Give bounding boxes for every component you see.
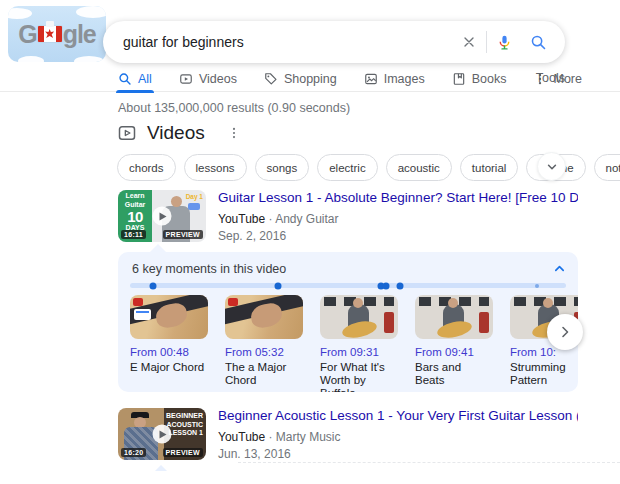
- key-moment-card[interactable]: From 09:41 Bars and Beats: [415, 295, 493, 392]
- google-search-results-page: G gle guitar for beginners: [0, 0, 620, 484]
- thumbnail-text-panel: BEGINNER ACOUSTIC LESSON 1: [166, 412, 203, 438]
- key-moment-thumbnail: [130, 295, 208, 339]
- video-platform: YouTube: [218, 212, 265, 226]
- key-moment-card[interactable]: From 00:48 E Major Chord: [130, 295, 208, 392]
- timeline-dot: [150, 282, 157, 289]
- video-date: Sep. 2, 2016: [218, 229, 578, 243]
- search-input[interactable]: guitar for beginners: [123, 34, 452, 50]
- panel-pointer: [150, 244, 166, 252]
- thumb-text: ACOUSTIC: [166, 421, 203, 430]
- separator: ·: [269, 212, 273, 226]
- videos-section-header: Videos: [117, 122, 241, 144]
- collapse-panel-button[interactable]: [553, 261, 566, 279]
- tab-label: Books: [472, 72, 507, 86]
- preview-badge: PREVIEW: [163, 230, 203, 239]
- chevron-down-icon: [546, 161, 558, 173]
- chip-electric[interactable]: electric: [317, 154, 377, 181]
- clear-search-button[interactable]: [452, 30, 486, 54]
- video-channel: Marty Music: [276, 430, 341, 444]
- canada-flag-icon: [38, 26, 62, 42]
- video-platform: YouTube: [218, 430, 265, 444]
- voice-search-button[interactable]: [487, 30, 521, 54]
- close-icon: [461, 34, 477, 50]
- key-moment-time-link[interactable]: From 09:41: [415, 346, 493, 358]
- key-moment-time-link[interactable]: From 09:31: [320, 346, 398, 358]
- video-source: YouTube · Marty Music: [218, 430, 578, 444]
- thumbnail-person: [448, 298, 458, 308]
- tab-label: Videos: [199, 72, 237, 86]
- tab-label: Shopping: [284, 72, 337, 86]
- cloud-decoration: [18, 56, 44, 62]
- thumb-text: Learn: [118, 192, 152, 201]
- chip-chords[interactable]: chords: [117, 154, 176, 181]
- key-moments-header: 6 key moments in this video: [132, 262, 286, 276]
- thumbnail-person: [171, 196, 182, 207]
- video-duration-badge: 16:20: [121, 448, 146, 457]
- key-moment-card[interactable]: From 05:32 The a Major Chord: [225, 295, 303, 392]
- video-channel: Andy Guitar: [275, 212, 338, 226]
- thumb-logo-mark: [228, 298, 238, 306]
- scroll-next-button[interactable]: [547, 314, 583, 350]
- key-moment-card[interactable]: From 09:31 For What It's Worth by Buffal…: [320, 295, 398, 392]
- key-moments-panel: 6 key moments in this video From 00:48 E…: [118, 252, 578, 392]
- tab-label: Images: [384, 72, 425, 86]
- key-moment-time-link[interactable]: From 05:32: [225, 346, 303, 358]
- chip-acoustic[interactable]: acoustic: [386, 154, 452, 181]
- tab-books[interactable]: Books: [452, 66, 507, 92]
- chip-tutorial[interactable]: tutorial: [460, 154, 519, 181]
- tools-button[interactable]: Tools: [536, 71, 565, 85]
- thumbnail-person: [543, 298, 553, 308]
- image-icon: [364, 72, 378, 86]
- result-type-tabs: All Videos Shopping Images Books More: [118, 66, 582, 92]
- separator: ·: [269, 430, 273, 444]
- expand-chips-button[interactable]: [537, 152, 566, 181]
- chip-songs[interactable]: songs: [255, 154, 310, 181]
- video-thumbnail-2[interactable]: BEGINNER ACOUSTIC LESSON 1 16:20 PREVIEW: [118, 408, 206, 460]
- play-icon: [153, 425, 172, 444]
- timeline-dot: [535, 284, 539, 288]
- thumbnail-person: [353, 298, 363, 308]
- videos-section-icon: [117, 123, 137, 143]
- key-moment-time-link[interactable]: From 00:48: [130, 346, 208, 358]
- video-result-1: Guitar Lesson 1 - Absolute Beginner? Sta…: [218, 190, 578, 243]
- section-divider: [238, 462, 620, 463]
- timeline-dot: [397, 282, 404, 289]
- thumb-text: LESSON 1: [166, 429, 203, 438]
- section-menu-button[interactable]: [227, 126, 241, 140]
- thumbnail-guitar: [341, 319, 378, 339]
- video-title-link[interactable]: Guitar Lesson 1 - Absolute Beginner? Sta…: [218, 190, 578, 205]
- google-doodle-logo[interactable]: G gle: [8, 6, 106, 62]
- key-moment-thumbnail: [225, 295, 303, 339]
- video-thumbnail-1[interactable]: Learn Guitar 10 DAYS Day 1 16:11 PREVIEW: [118, 190, 206, 242]
- tab-shopping[interactable]: Shopping: [264, 66, 337, 92]
- key-moment-label: For What It's Worth by Buffalo…: [320, 361, 398, 392]
- cloud-decoration: [74, 56, 104, 62]
- logo-letter-g: G: [18, 20, 36, 49]
- cloud-decoration: [76, 6, 106, 18]
- key-moment-label: E Major Chord: [130, 361, 208, 374]
- video-title-link[interactable]: Beginner Acoustic Lesson 1 - Your Very F…: [218, 408, 578, 423]
- chip-notes[interactable]: notes: [594, 154, 620, 181]
- thumbnail-decoration: [384, 312, 394, 333]
- tab-images[interactable]: Images: [364, 66, 425, 92]
- more-vertical-icon: [227, 126, 241, 140]
- timeline-dot: [383, 282, 390, 289]
- videos-section-title: Videos: [147, 122, 205, 144]
- maple-leaf-icon: [45, 29, 55, 39]
- search-submit-button[interactable]: [521, 30, 555, 54]
- thumb-logo-mark: [133, 298, 143, 306]
- search-icon: [530, 34, 547, 51]
- search-bar[interactable]: guitar for beginners: [103, 21, 565, 63]
- logo-letters-gle: gle: [63, 20, 96, 49]
- timeline-dot: [275, 282, 282, 289]
- preview-badge: PREVIEW: [163, 448, 203, 457]
- tab-videos[interactable]: Videos: [179, 66, 237, 92]
- tab-all[interactable]: All: [118, 66, 152, 92]
- key-moment-label: Bars and Beats: [415, 361, 493, 387]
- chip-lessons[interactable]: lessons: [184, 154, 247, 181]
- result-stats: About 135,000,000 results (0.90 seconds): [118, 101, 350, 115]
- book-icon: [452, 72, 466, 86]
- thumb-text: 10: [118, 209, 152, 224]
- logo-wordmark: G gle: [18, 20, 96, 49]
- video-date: Jun. 13, 2016: [218, 447, 578, 461]
